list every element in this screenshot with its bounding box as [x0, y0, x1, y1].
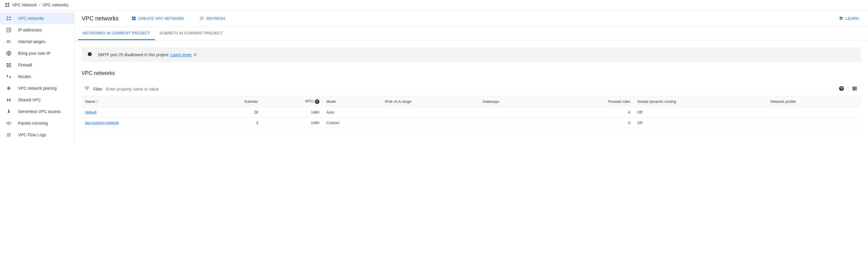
sidebar-item-packet-mirroring[interactable]: Packet mirroring — [0, 117, 74, 129]
sidebar-item-firewall[interactable]: Firewall — [0, 59, 74, 71]
vpc-networks-icon — [6, 15, 12, 21]
cell-profile — [767, 107, 861, 117]
notice-learn-more-link[interactable]: Learn more — [171, 53, 192, 57]
cell-mtu: 1460 — [261, 107, 323, 117]
cell-gdr: Off — [634, 117, 767, 128]
vpc-networks-table: Name↑ Subnets MTU? Mode IPv6 ULA range G… — [82, 96, 861, 128]
packet-mirroring-icon — [6, 120, 12, 126]
info-icon — [88, 52, 92, 57]
filter-help-button[interactable] — [837, 84, 845, 94]
cell-ula — [381, 117, 479, 128]
tab-networks[interactable]: NETWORKS IN CURRENT PROJECT — [78, 27, 155, 40]
col-mode[interactable]: Mode — [323, 96, 381, 107]
cell-gdr: Off — [634, 107, 767, 117]
col-subnets[interactable]: Subnets — [201, 96, 262, 107]
filter-icon — [84, 86, 90, 92]
sidebar-item-label: Firewall — [18, 63, 32, 67]
tab-subnets[interactable]: SUBNETS IN CURRENT PROJECT — [155, 27, 227, 40]
col-network-profile[interactable]: Network profile — [767, 96, 861, 107]
network-link[interactable]: default — [85, 110, 96, 114]
firewall-icon — [6, 62, 12, 68]
cell-mode: Custom — [323, 117, 381, 128]
external-link-icon — [193, 53, 197, 57]
cell-gateways — [479, 117, 548, 128]
col-gateways[interactable]: Gateways — [479, 96, 548, 107]
sort-asc-icon: ↑ — [96, 99, 98, 104]
sidebar-item-vpc-networks[interactable]: VPC networks — [0, 12, 74, 24]
sidebar-item-label: Internal ranges — [18, 39, 45, 44]
plus-box-icon — [131, 16, 136, 21]
cell-gateways — [479, 107, 548, 117]
column-display-button[interactable] — [850, 84, 859, 94]
section-title: VPC networks — [82, 70, 861, 76]
sidebar-item-shared-vpc[interactable]: Shared VPC — [0, 94, 74, 106]
refresh-label: REFRESH — [206, 16, 225, 21]
info-notice: SMTP port 25 disallowed in this project.… — [82, 47, 861, 62]
cell-subnets: 28 — [201, 107, 262, 117]
notice-text: SMTP port 25 disallowed in this project.… — [98, 53, 197, 57]
breadcrumb-parent[interactable]: VPC Network — [12, 3, 37, 7]
main-content: VPC networks CREATE VPC NETWORK REFRESH … — [74, 10, 868, 144]
tabs: NETWORKS IN CURRENT PROJECT SUBNETS IN C… — [74, 27, 868, 40]
vertical-divider — [848, 86, 848, 93]
cell-mtu: 1460 — [261, 117, 323, 128]
breadcrumb-separator: / — [39, 3, 40, 7]
cell-profile — [767, 117, 861, 128]
globe-icon — [6, 50, 12, 56]
help-icon[interactable]: ? — [315, 99, 319, 104]
sidebar-item-label: Routes — [18, 74, 31, 79]
peering-icon — [6, 85, 12, 91]
ip-addresses-icon — [6, 27, 12, 33]
shared-vpc-icon — [6, 97, 12, 103]
cell-firewall: 4 — [548, 107, 634, 117]
table-row: taw-custom-network 3 1460 Custom 0 Off — [82, 117, 861, 128]
sidebar-item-label: Shared VPC — [18, 98, 41, 102]
sidebar-item-label: Serverless VPC access — [18, 109, 61, 114]
sidebar-item-internal-ranges[interactable]: Internal ranges — [0, 36, 74, 47]
cell-mode: Auto — [323, 107, 381, 117]
cell-ula — [381, 107, 479, 117]
page-title: VPC networks — [82, 15, 119, 22]
learn-label: LEARN — [845, 16, 859, 21]
col-global-dynamic-routing[interactable]: Global dynamic routing — [634, 96, 767, 107]
refresh-icon — [199, 16, 204, 21]
filter-input[interactable] — [106, 87, 834, 92]
filter-label: Filter — [93, 87, 102, 92]
col-mtu[interactable]: MTU? — [261, 96, 323, 107]
flow-logs-icon — [6, 132, 12, 138]
learn-icon — [839, 16, 843, 21]
sidebar-item-routes[interactable]: Routes — [0, 71, 74, 82]
sidebar-item-label: VPC network peering — [18, 86, 57, 91]
create-label: CREATE VPC NETWORK — [138, 16, 185, 21]
titlebar: VPC networks CREATE VPC NETWORK REFRESH … — [74, 10, 868, 27]
sidebar-item-peering[interactable]: VPC network peering — [0, 82, 74, 94]
network-link[interactable]: taw-custom-network — [85, 121, 119, 125]
sidebar-item-label: VPC networks — [18, 16, 44, 21]
sidebar-item-label: VPC Flow Logs — [18, 133, 46, 137]
internal-ranges-icon — [6, 39, 12, 44]
routes-icon — [6, 74, 12, 79]
filter-bar: Filter — [82, 82, 861, 96]
col-name[interactable]: Name↑ — [82, 96, 201, 107]
cell-firewall: 0 — [548, 117, 634, 128]
refresh-button[interactable]: REFRESH — [197, 14, 227, 23]
sidebar: VPC networks IP addresses Internal range… — [0, 10, 74, 144]
sidebar-item-flow-logs[interactable]: VPC Flow Logs — [0, 129, 74, 141]
col-firewall-rules[interactable]: Firewall rules — [548, 96, 634, 107]
table-row: default 28 1460 Auto 4 Off — [82, 107, 861, 117]
vpc-product-icon — [5, 2, 10, 7]
learn-button[interactable]: LEARN — [836, 14, 861, 23]
sidebar-item-ip-addresses[interactable]: IP addresses — [0, 24, 74, 36]
sidebar-item-label: Packet mirroring — [18, 121, 48, 126]
sidebar-item-byoip[interactable]: Bring your own IP — [0, 47, 74, 59]
breadcrumb-current: VPC networks — [42, 3, 68, 7]
sidebar-item-label: IP addresses — [18, 28, 42, 32]
svg-point-2 — [839, 86, 844, 91]
sidebar-item-serverless-access[interactable]: Serverless VPC access — [0, 106, 74, 117]
sidebar-item-label: Bring your own IP — [18, 51, 51, 56]
col-ipv6-ula[interactable]: IPv6 ULA range — [381, 96, 479, 107]
serverless-icon — [6, 109, 12, 114]
cell-subnets: 3 — [201, 117, 262, 128]
create-vpc-network-button[interactable]: CREATE VPC NETWORK — [129, 14, 187, 23]
breadcrumb: VPC Network / VPC networks — [0, 0, 868, 10]
